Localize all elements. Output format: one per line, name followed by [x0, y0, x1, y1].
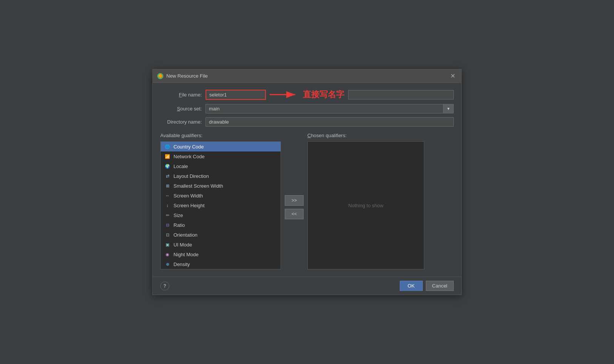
layout-icon: ⇄	[164, 173, 170, 179]
qualifier-item[interactable]: ⊞ Smallest Screen Width	[161, 181, 281, 191]
source-set-label: Source set:	[160, 106, 202, 112]
help-button[interactable]: ?	[160, 281, 169, 291]
qualifier-item-label: Ratio	[173, 222, 185, 228]
country-icon: 🌐	[164, 144, 170, 150]
file-name-full-input[interactable]	[348, 90, 454, 99]
directory-label: Directory name:	[160, 119, 202, 125]
screenw-icon: ↔	[164, 193, 170, 199]
qualifier-item[interactable]: ✏ Size	[161, 210, 281, 220]
network-icon: 📶	[164, 153, 170, 159]
smallest-icon: ⊞	[164, 183, 170, 189]
qualifier-item[interactable]: 🌐 Country Code	[161, 142, 281, 151]
source-set-select-wrapper: main ▼	[206, 104, 454, 113]
qualifier-item-label: Smallest Screen Width	[173, 183, 223, 189]
uimode-icon: ▣	[164, 242, 170, 248]
title-bar: 🔶 New Resource File ✕	[153, 69, 461, 83]
annotation-text: 直接写名字	[303, 89, 344, 100]
size-icon: ✏	[164, 212, 170, 218]
file-name-input[interactable]	[206, 90, 266, 100]
qualifier-item-label: Density	[173, 262, 190, 267]
qualifier-item-label: Screen Height	[173, 203, 204, 208]
qualifier-item[interactable]: ◉ Night Mode	[161, 249, 281, 259]
source-set-row: Source set: main ▼	[160, 104, 454, 113]
qualifiers-section: Available qualifiers: 🌐 Country Code 📶 N…	[160, 133, 454, 271]
dialog-title: New Resource File	[166, 73, 208, 79]
qualifier-item-label: Screen Width	[173, 193, 203, 199]
remove-qualifier-button[interactable]: <<	[285, 209, 304, 219]
ratio-icon: ⊟	[164, 222, 170, 228]
dialog-footer: ? OK Cancel	[153, 277, 461, 295]
available-qualifiers-list[interactable]: 🌐 Country Code 📶 Network Code 🌍 Locale ⇄…	[160, 141, 281, 269]
qualifier-item[interactable]: ▣ UI Mode	[161, 240, 281, 249]
available-qualifiers-panel: Available qualifiers: 🌐 Country Code 📶 N…	[160, 133, 281, 271]
new-resource-file-dialog: 🔶 New Resource File ✕ File name:	[152, 69, 462, 295]
qualifier-item[interactable]: 📶 Network Code	[161, 151, 281, 161]
qualifier-item-label: Size	[173, 213, 183, 218]
file-name-area: 直接写名字	[206, 89, 454, 100]
arrow-svg	[270, 89, 300, 100]
file-name-label: File name:	[160, 92, 202, 98]
arrow-annotation: 直接写名字	[270, 89, 344, 100]
footer-buttons: OK Cancel	[400, 281, 454, 291]
chosen-qualifiers-box: Nothing to show	[307, 141, 424, 269]
nothing-to-show-text: Nothing to show	[348, 203, 383, 208]
ok-button[interactable]: OK	[400, 281, 423, 291]
chosen-label: Chosen qualifiers:	[307, 133, 424, 138]
cancel-button[interactable]: Cancel	[426, 281, 454, 291]
qualifier-item-label: Night Mode	[173, 252, 198, 257]
directory-input[interactable]: drawable	[206, 117, 454, 127]
screenh-icon: ↕	[164, 202, 170, 208]
directory-name-row: Directory name: drawable	[160, 117, 454, 127]
qualifier-item[interactable]: 🌍 Locale	[161, 161, 281, 171]
qualifier-item[interactable]: ⊡ Orientation	[161, 230, 281, 240]
dialog-body: File name: 直接写名字	[153, 83, 461, 277]
source-set-input[interactable]: main	[206, 104, 444, 113]
dialog-icon: 🔶	[157, 73, 163, 79]
title-bar-left: 🔶 New Resource File	[157, 73, 208, 79]
qualifier-item-label: Country Code	[173, 144, 204, 150]
qualifier-item[interactable]: ⊕ Density	[161, 259, 281, 269]
available-label: Available qualifiers:	[160, 133, 281, 138]
qualifier-item-label: Locale	[173, 164, 188, 169]
night-icon: ◉	[164, 251, 170, 257]
source-set-dropdown-button[interactable]: ▼	[444, 104, 454, 113]
file-name-row: File name: 直接写名字	[160, 89, 454, 100]
close-button[interactable]: ✕	[449, 72, 457, 80]
qualifier-item-label: Orientation	[173, 232, 198, 238]
qualifier-item-label: Network Code	[173, 154, 204, 159]
qualifier-item[interactable]: ↕ Screen Height	[161, 200, 281, 210]
transfer-buttons: >> <<	[285, 133, 304, 271]
orientation-icon: ⊡	[164, 232, 170, 238]
qualifier-item-label: UI Mode	[173, 242, 192, 248]
qualifier-item[interactable]: ⇄ Layout Direction	[161, 171, 281, 181]
qualifier-item[interactable]: ↔ Screen Width	[161, 191, 281, 200]
qualifier-item[interactable]: ⊟ Ratio	[161, 220, 281, 230]
locale-icon: 🌍	[164, 163, 170, 169]
qualifier-item-label: Layout Direction	[173, 173, 209, 179]
chosen-qualifiers-panel: Chosen qualifiers: Nothing to show	[307, 133, 424, 271]
add-qualifier-button[interactable]: >>	[285, 195, 304, 206]
density-icon: ⊕	[164, 261, 170, 267]
